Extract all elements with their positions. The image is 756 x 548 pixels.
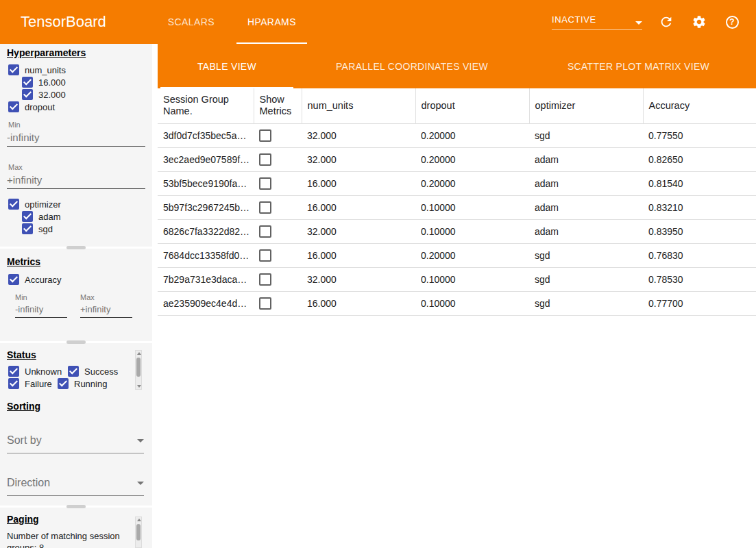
- scrollbar-thumb[interactable]: [136, 358, 141, 377]
- scroll-up-icon[interactable]: [137, 519, 141, 521]
- checkbox-label: Running: [74, 379, 107, 389]
- status-running-checkbox[interactable]: Running: [58, 378, 107, 389]
- show-metrics-checkbox[interactable]: [259, 225, 271, 238]
- metric-min-input[interactable]: [15, 303, 67, 318]
- checkbox-icon: [22, 211, 33, 222]
- session-group-name: 6826c7fa3322d82…: [158, 219, 254, 243]
- optimizer-value: adam: [529, 147, 643, 171]
- chevron-down-icon: [137, 482, 144, 485]
- table-row: 3df0d7cf35bec5a…32.0000.20000sgd0.77550: [158, 123, 756, 147]
- paging-scrollbar[interactable]: [135, 516, 142, 548]
- session-group-name: 5b97f3c2967245b…: [158, 195, 254, 219]
- table-row: 5b97f3c2967245b…16.0000.10000adam0.83210: [158, 195, 756, 219]
- show-metrics-checkbox[interactable]: [259, 297, 271, 310]
- optimizer-value: adam: [529, 171, 643, 195]
- direction-value: Direction: [7, 477, 50, 489]
- metric-accuracy-checkbox[interactable]: Accuracy: [8, 274, 61, 285]
- accuracy-value: 0.77550: [643, 123, 756, 147]
- hparam-dropout-checkbox[interactable]: dropout: [8, 101, 55, 112]
- tab-parallel-coordinates-view[interactable]: PARALLEL COORDINATES VIEW: [296, 44, 528, 88]
- chevron-down-icon: [137, 439, 144, 443]
- gear-icon: [692, 14, 707, 29]
- checkbox-label: dropout: [25, 102, 55, 112]
- status-failure-checkbox[interactable]: Failure: [8, 378, 52, 389]
- metric-max-input[interactable]: [80, 303, 132, 318]
- table-body: 3df0d7cf35bec5a…32.0000.20000sgd0.775503…: [158, 123, 756, 315]
- optimizer-value: adam: [529, 219, 643, 243]
- checkbox-icon: [8, 274, 19, 285]
- accuracy-value: 0.83950: [643, 219, 756, 243]
- status-success-checkbox[interactable]: Success: [68, 366, 118, 377]
- checkbox-icon: [8, 64, 19, 75]
- scroll-down-icon[interactable]: [137, 385, 141, 388]
- dropout-min-label: Min: [8, 121, 21, 129]
- table-row: 7b29a731e3daca…32.0000.10000sgd0.78530: [158, 267, 756, 291]
- accuracy-value: 0.77700: [643, 291, 756, 315]
- session-group-name: 53bf5bece9190fa…: [158, 171, 254, 195]
- optimizer-option-sgd-checkbox[interactable]: sgd: [22, 223, 53, 234]
- hparam-optimizer-checkbox[interactable]: optimizer: [8, 199, 61, 210]
- checkbox-icon: [8, 378, 19, 389]
- tab-scatter-plot-matrix-view[interactable]: SCATTER PLOT MATRIX VIEW: [528, 44, 749, 88]
- checkbox-label: adam: [38, 212, 61, 222]
- direction-select[interactable]: Direction: [7, 477, 144, 496]
- tab-table-view[interactable]: TABLE VIEW: [158, 44, 296, 88]
- show-metrics-checkbox[interactable]: [259, 129, 271, 142]
- num-units-option-32-checkbox[interactable]: 32.000: [22, 89, 66, 100]
- show-metrics-cell: [254, 219, 302, 243]
- scroll-up-icon[interactable]: [137, 352, 141, 355]
- show-metrics-checkbox[interactable]: [259, 177, 271, 190]
- tab-scalars[interactable]: SCALARS: [151, 0, 231, 44]
- show-metrics-checkbox[interactable]: [259, 249, 271, 262]
- status-heading: Status: [7, 349, 36, 360]
- refresh-button[interactable]: [657, 13, 675, 31]
- checkbox-label: sgd: [38, 224, 53, 234]
- show-metrics-checkbox[interactable]: [259, 153, 271, 166]
- dropout-min-input[interactable]: [7, 130, 145, 147]
- num-units-value: 32.000: [302, 219, 415, 243]
- checkbox-label: num_units: [25, 65, 66, 75]
- metrics-heading: Metrics: [7, 256, 40, 267]
- session-group-name: 7684dcc13358fd0…: [158, 243, 254, 267]
- optimizer-value: adam: [529, 195, 643, 219]
- session-group-table: Session Group Name. Show Metrics num_uni…: [158, 88, 756, 548]
- checkbox-icon: [22, 89, 33, 100]
- dropout-max-input[interactable]: [7, 173, 145, 189]
- show-metrics-cell: [254, 291, 302, 315]
- sort-by-select[interactable]: Sort by: [7, 434, 144, 453]
- scrollbar-thumb[interactable]: [136, 524, 141, 540]
- checkbox-icon: [8, 366, 19, 377]
- status-unknown-checkbox[interactable]: Unknown: [8, 366, 62, 377]
- show-metrics-checkbox[interactable]: [259, 273, 271, 286]
- optimizer-value: sgd: [529, 267, 643, 291]
- sort-by-value: Sort by: [7, 434, 42, 447]
- pane-resize-handle[interactable]: [66, 505, 86, 508]
- refresh-icon: [659, 14, 674, 29]
- pane-resize-handle[interactable]: [66, 246, 86, 249]
- accuracy-value: 0.78530: [643, 267, 756, 291]
- optimizer-value: sgd: [529, 291, 643, 315]
- checkbox-label: optimizer: [25, 199, 61, 210]
- settings-button[interactable]: [690, 13, 708, 31]
- col-optimizer: optimizer: [529, 88, 643, 123]
- num-units-value: 16.000: [302, 243, 415, 267]
- dropout-value: 0.20000: [415, 147, 529, 171]
- optimizer-value: sgd: [529, 123, 643, 147]
- num-units-option-16-checkbox[interactable]: 16.000: [22, 77, 66, 88]
- status-scrollbar[interactable]: [135, 350, 142, 390]
- pane-resize-handle[interactable]: [66, 340, 86, 344]
- checkbox-label: 16.000: [38, 77, 66, 88]
- sidebar: Hyperparameters num_units 16.000 32.000 …: [0, 44, 152, 548]
- hparam-num-units-checkbox[interactable]: num_units: [8, 64, 66, 75]
- show-metrics-cell: [254, 195, 302, 219]
- dropout-max-label: Max: [8, 163, 23, 171]
- show-metrics-cell: [254, 123, 302, 147]
- optimizer-option-adam-checkbox[interactable]: adam: [22, 211, 61, 222]
- metric-min-label: Min: [15, 293, 27, 301]
- help-button[interactable]: ?: [723, 13, 741, 31]
- reload-status-dropdown[interactable]: INACTIVE: [552, 14, 642, 30]
- show-metrics-checkbox[interactable]: [259, 201, 271, 214]
- tab-hparams[interactable]: HPARAMS: [231, 0, 313, 44]
- show-metrics-cell: [254, 267, 302, 291]
- dropout-value: 0.10000: [415, 267, 529, 291]
